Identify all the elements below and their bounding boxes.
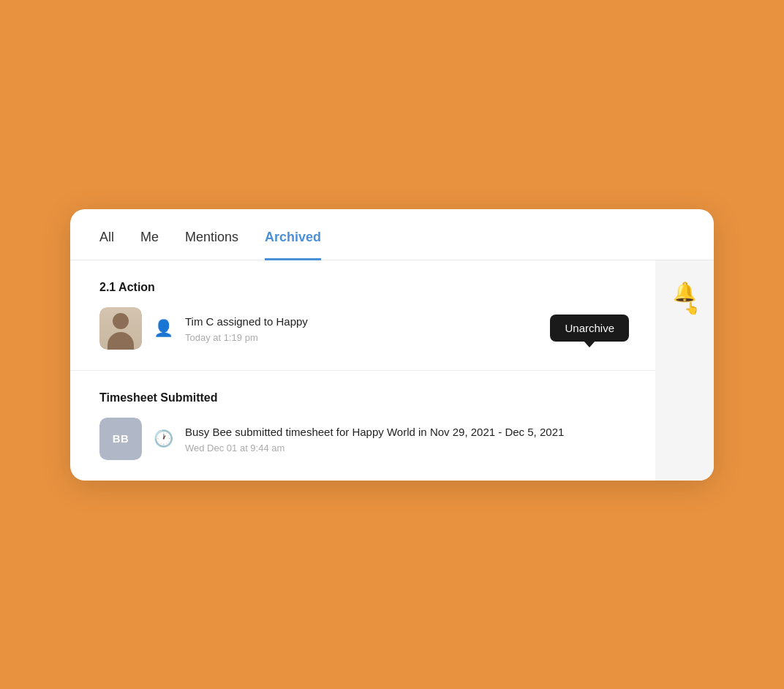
unarchive-button-n1[interactable]: Unarchive (550, 315, 629, 342)
notif-time-n2: Wed Dec 01 at 9:44 am (185, 443, 629, 453)
avatar-image (99, 307, 142, 350)
clock-icon: 🕐 (154, 429, 173, 448)
person-icon: 👤 (154, 319, 173, 338)
notif-text-n1: Tim C assigned to HappyToday at 1:19 pm (185, 314, 538, 343)
notif-text-n2: Busy Bee submitted timesheet for Happy W… (185, 424, 629, 453)
avatar-n2: BB (99, 418, 142, 460)
tab-archived[interactable]: Archived (265, 230, 321, 260)
notification-row-n1: 👤Tim C assigned to HappyToday at 1:19 pm… (99, 307, 629, 350)
main-card: AllMeMentionsArchived 2.1 Action👤Tim C a… (70, 209, 714, 481)
section-title-timesheet: Timesheet Submitted (99, 391, 629, 404)
avatar-initials: BB (99, 418, 142, 460)
tab-me[interactable]: Me (140, 230, 159, 260)
section-title-action: 2.1 Action (99, 281, 629, 294)
notif-time-n1: Today at 1:19 pm (185, 332, 538, 343)
sections-main: 2.1 Action👤Tim C assigned to HappyToday … (70, 260, 655, 481)
notification-row-n2: BB🕐Busy Bee submitted timesheet for Happ… (99, 418, 629, 460)
tabs-bar: AllMeMentionsArchived (70, 209, 714, 260)
sections-container: 2.1 Action👤Tim C assigned to HappyToday … (70, 260, 714, 481)
avatar-n1 (99, 307, 142, 350)
tab-all[interactable]: All (99, 230, 114, 260)
section-action: 2.1 Action👤Tim C assigned to HappyToday … (70, 260, 655, 371)
side-panel: 🔔 👆 (655, 260, 714, 481)
notif-main-text-n1: Tim C assigned to Happy (185, 314, 538, 329)
tab-mentions[interactable]: Mentions (185, 230, 238, 260)
section-timesheet: Timesheet SubmittedBB🕐Busy Bee submitted… (70, 371, 655, 481)
bell-button[interactable]: 🔔 👆 (673, 281, 696, 304)
notif-main-text-n2: Busy Bee submitted timesheet for Happy W… (185, 424, 629, 440)
cursor-icon: 👆 (685, 301, 699, 315)
